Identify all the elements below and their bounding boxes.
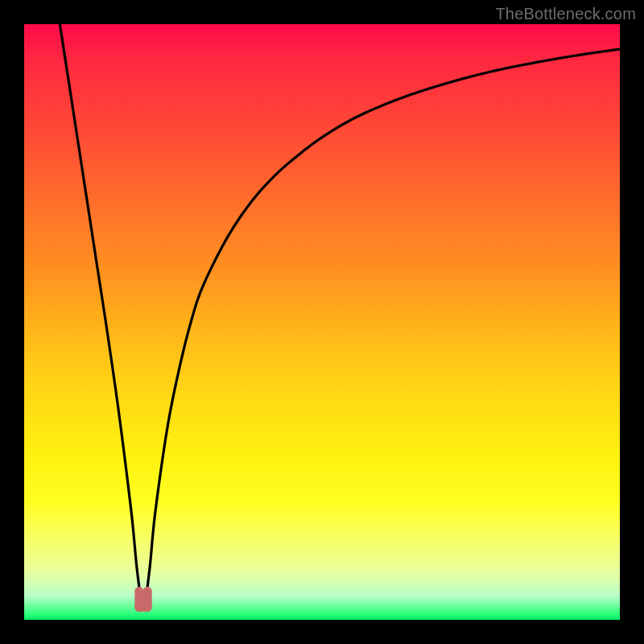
chart-frame: TheBottleneck.com [0,0,644,644]
watermark-text: TheBottleneck.com [495,5,636,23]
bottleneck-curve [60,24,620,608]
plot-area [24,24,620,620]
minimum-markers [139,591,147,607]
curve-layer [24,24,620,620]
